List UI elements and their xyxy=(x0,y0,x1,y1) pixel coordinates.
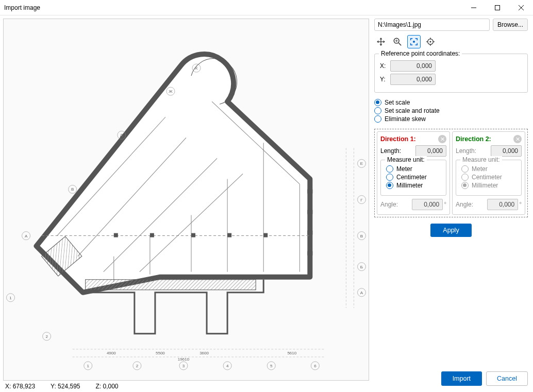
zoom-tool[interactable] xyxy=(391,35,404,48)
mode-set-scale[interactable]: Set scale xyxy=(374,99,528,106)
svg-rect-25 xyxy=(191,233,195,237)
svg-point-79 xyxy=(413,41,415,43)
svg-text:19610: 19610 xyxy=(178,357,190,362)
reference-point-group: Reference point coordinates: X: 0,000 Y:… xyxy=(374,54,528,93)
svg-text:Ж: Ж xyxy=(169,89,173,94)
svg-text:Е: Е xyxy=(360,161,363,166)
view-toolbar xyxy=(374,35,528,48)
minimize-button[interactable] xyxy=(462,0,486,15)
svg-text:Д: Д xyxy=(120,133,123,138)
radio-icon xyxy=(374,99,381,106)
svg-rect-1 xyxy=(495,5,500,10)
svg-text:6: 6 xyxy=(314,364,317,368)
window-title: Import image xyxy=(4,4,462,11)
maximize-button[interactable] xyxy=(486,0,509,15)
svg-text:Г: Г xyxy=(360,198,363,202)
mode-eliminate-skew[interactable]: Eliminate skew xyxy=(374,115,528,123)
import-button[interactable]: Import xyxy=(441,371,482,386)
floorplan-preview: 123456 4900550036005610 19610 ЕГВБА А xyxy=(4,19,369,380)
mode-set-scale-rotate[interactable]: Set scale and rotate xyxy=(374,107,528,114)
d1-unit-millimeter[interactable]: Millimeter xyxy=(386,182,441,189)
direction-1-title: Direction 1: xyxy=(380,135,416,143)
svg-text:В: В xyxy=(71,187,74,192)
svg-text:Б: Б xyxy=(360,265,363,269)
radio-icon xyxy=(374,107,381,114)
d2-unit-millimeter: Millimeter xyxy=(461,182,516,189)
direction-2-angle: 0,000 xyxy=(487,199,518,210)
left-pane: 123456 4900550036005610 19610 ЕГВБА А xyxy=(0,15,369,392)
direction-1-unit-group: Measure unit: Meter Centimeter Millimete… xyxy=(380,160,446,196)
svg-text:1: 1 xyxy=(9,296,12,300)
direction-1-close[interactable]: ✕ xyxy=(438,135,446,143)
image-canvas[interactable]: 123456 4900550036005610 19610 ЕГВБА А xyxy=(3,19,369,381)
direction-2-length: 0,000 xyxy=(491,145,522,157)
ref-y-input[interactable]: 0,000 xyxy=(390,74,436,85)
direction-2-title: Direction 2: xyxy=(456,135,491,143)
svg-rect-30 xyxy=(307,231,312,235)
cancel-button[interactable]: Cancel xyxy=(486,371,528,386)
svg-rect-28 xyxy=(307,189,312,193)
svg-rect-21 xyxy=(86,280,256,290)
direction-2-panel: Direction 2: ✕ Length: 0,000 Measure uni… xyxy=(452,131,525,215)
ref-x-input[interactable]: 0,000 xyxy=(390,60,436,72)
status-z: Z: 0,000 xyxy=(96,383,119,390)
svg-rect-24 xyxy=(150,233,154,237)
svg-rect-29 xyxy=(307,210,312,214)
pick-point-tool[interactable] xyxy=(424,35,437,48)
svg-text:К: К xyxy=(195,66,198,71)
close-button[interactable] xyxy=(509,0,533,15)
svg-text:5: 5 xyxy=(270,364,273,368)
direction-1-length[interactable]: 0,000 xyxy=(415,145,446,157)
svg-text:1: 1 xyxy=(87,364,90,368)
apply-button[interactable]: Apply xyxy=(430,224,471,237)
svg-rect-27 xyxy=(263,233,268,237)
svg-text:В: В xyxy=(360,234,363,238)
right-pane: N:\Images\1.jpg Browse... Reference poin… xyxy=(369,15,533,392)
file-path-input[interactable]: N:\Images\1.jpg xyxy=(374,19,490,31)
direction-1-panel: Direction 1: ✕ Length: 0,000 Measure uni… xyxy=(377,131,450,215)
direction-2-close[interactable]: ✕ xyxy=(513,135,522,143)
ref-y-label: Y: xyxy=(380,76,387,83)
d1-unit-meter[interactable]: Meter xyxy=(386,165,441,173)
svg-rect-26 xyxy=(227,233,231,237)
fit-view-tool[interactable] xyxy=(407,35,421,48)
svg-rect-31 xyxy=(307,251,312,255)
svg-text:3600: 3600 xyxy=(199,351,209,355)
svg-text:2: 2 xyxy=(45,334,48,339)
svg-rect-23 xyxy=(114,233,118,237)
direction-2-unit-group: Measure unit: Meter Centimeter Millimete… xyxy=(456,160,522,196)
svg-line-76 xyxy=(398,43,401,45)
ref-x-label: X: xyxy=(380,62,387,70)
svg-text:4900: 4900 xyxy=(107,351,116,355)
svg-text:А: А xyxy=(360,291,363,295)
svg-text:4: 4 xyxy=(226,364,229,368)
d2-unit-meter: Meter xyxy=(461,165,516,173)
mode-radio-group: Set scale Set scale and rotate Eliminate… xyxy=(374,98,528,124)
svg-point-85 xyxy=(430,41,431,42)
svg-text:2: 2 xyxy=(136,364,139,368)
directions-container: Direction 1: ✕ Length: 0,000 Measure uni… xyxy=(374,129,528,217)
browse-button[interactable]: Browse... xyxy=(493,19,528,31)
direction-1-angle: 0,000 xyxy=(412,199,443,210)
d1-unit-centimeter[interactable]: Centimeter xyxy=(386,174,441,181)
status-bar: X: 678,923 Y: 524,595 Z: 0,000 xyxy=(0,381,369,392)
d2-unit-centimeter: Centimeter xyxy=(461,174,516,181)
status-y: Y: 524,595 xyxy=(51,383,80,390)
titlebar: Import image xyxy=(0,0,533,15)
svg-text:5610: 5610 xyxy=(287,351,296,355)
status-x: X: 678,923 xyxy=(5,383,35,390)
svg-text:А: А xyxy=(25,234,28,238)
window-controls xyxy=(462,0,533,15)
svg-text:5500: 5500 xyxy=(156,351,165,355)
svg-text:3: 3 xyxy=(182,364,185,368)
radio-icon xyxy=(374,115,381,123)
pan-tool[interactable] xyxy=(374,35,388,48)
